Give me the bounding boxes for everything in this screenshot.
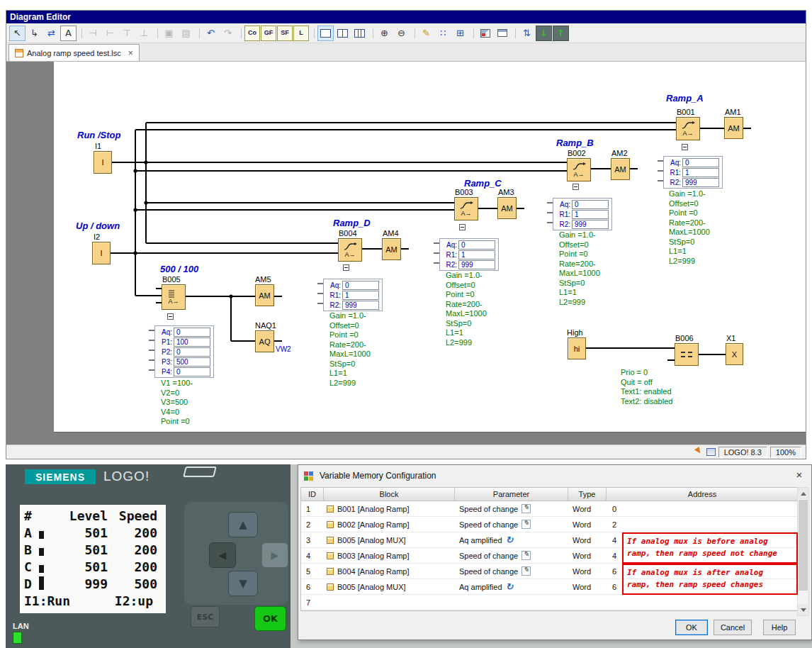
grid-display-button[interactable]: ∷ — [435, 26, 451, 41]
param-value[interactable]: 100 — [174, 337, 210, 347]
layout-single-button[interactable] — [317, 26, 334, 41]
block-am1-marker[interactable]: AM — [724, 117, 743, 139]
block-am3-marker[interactable]: AM — [497, 197, 517, 219]
collapse-toggle-b003[interactable] — [459, 224, 466, 230]
parameter-icon[interactable] — [506, 582, 516, 592]
header-block[interactable]: Block — [324, 488, 455, 501]
undo-button[interactable]: ↶ — [203, 26, 219, 41]
layout-split3-button[interactable] — [351, 26, 368, 41]
snap-grid-button[interactable]: ⊞ — [452, 26, 468, 41]
collapse-toggle-b004[interactable] — [343, 264, 349, 271]
header-id[interactable]: ID — [301, 488, 324, 501]
param-value[interactable]: 0 — [174, 347, 210, 357]
memory-row[interactable]: 1 B001 [Analog Ramp] Speed of change Wor… — [301, 501, 798, 517]
scroll-up-icon[interactable] — [798, 488, 808, 499]
param-value[interactable]: 0 — [174, 328, 210, 337]
block-b006-message-text[interactable] — [675, 343, 699, 366]
param-value[interactable]: 0 — [458, 240, 495, 250]
esc-button[interactable]: ESC — [191, 606, 220, 627]
cursor-down-button[interactable]: ▼ — [228, 571, 258, 596]
memory-row[interactable]: 7 — [301, 595, 798, 610]
block-i1-input[interactable]: I — [94, 151, 112, 174]
parameter-icon[interactable] — [521, 520, 531, 529]
collapse-toggle-b001[interactable] — [682, 144, 688, 150]
parameter-icon[interactable] — [521, 551, 531, 560]
layout-split2-button[interactable] — [334, 26, 351, 41]
align-left-tool[interactable]: ⊣ — [85, 26, 101, 41]
cursor-up-button[interactable]: ▲ — [228, 512, 258, 537]
param-value[interactable]: 999 — [342, 301, 379, 310]
special-functions-button[interactable]: SF — [277, 26, 293, 41]
block-i2-input[interactable]: I — [92, 242, 111, 264]
tab-close-icon[interactable]: × — [128, 48, 133, 58]
param-value[interactable]: 500 — [174, 357, 210, 367]
align-top-tool[interactable]: ⊤ — [119, 26, 135, 41]
param-value[interactable]: 1 — [572, 210, 609, 219]
send-back-tool[interactable]: ▤ — [178, 26, 194, 41]
block-high-constant[interactable]: hi — [568, 337, 586, 359]
block-am2-marker[interactable]: AM — [611, 158, 630, 180]
block-x1-open-connector[interactable]: X — [726, 343, 743, 365]
block-b001-analog-ramp[interactable]: A→ — [676, 117, 700, 140]
cursor-left-button[interactable]: ◀ — [209, 542, 236, 568]
tab-analog-ramp-speed-test[interactable]: Analog ramp speed test.lsc × — [9, 44, 140, 61]
header-parameter[interactable]: Parameter — [455, 488, 568, 501]
row-id: 2 — [301, 520, 324, 529]
align-bottom-tool[interactable]: ⊥ — [136, 26, 152, 41]
param-value[interactable]: 999 — [572, 220, 609, 229]
parameter-icon[interactable] — [506, 535, 516, 545]
pc-to-logo-button[interactable]: ↓ — [536, 26, 552, 41]
profile-button[interactable]: L — [293, 26, 309, 41]
header-type[interactable]: Type — [568, 488, 607, 501]
table-scrollbar[interactable] — [797, 487, 809, 616]
block-b002-analog-ramp[interactable]: A→ — [567, 158, 591, 181]
help-button[interactable]: Help — [763, 620, 796, 635]
bring-front-tool[interactable]: ▣ — [161, 26, 177, 41]
simulation-button[interactable] — [477, 26, 493, 41]
param-value[interactable]: 1 — [458, 250, 495, 259]
param-value[interactable]: 1 — [682, 168, 719, 177]
block-am5-marker[interactable]: AM — [255, 284, 274, 306]
cursor-right-button[interactable]: ▶ — [261, 542, 288, 568]
parameter-icon[interactable] — [521, 566, 531, 576]
collapse-toggle-b005[interactable] — [167, 313, 174, 320]
go-online-button[interactable]: ⇅ — [519, 26, 535, 41]
cancel-button[interactable]: Cancel — [714, 620, 752, 635]
flow-tool[interactable]: ⇄ — [43, 26, 60, 41]
block-am4-marker[interactable]: AM — [382, 238, 401, 260]
connector-tool[interactable]: ↳ — [26, 26, 43, 41]
param-value[interactable]: 999 — [682, 178, 719, 187]
comment-tool[interactable]: ✎ — [418, 26, 434, 41]
memory-row[interactable]: 2 B002 [Analog Ramp] Speed of change Wor… — [301, 517, 798, 532]
param-value[interactable]: 0 — [572, 200, 609, 209]
ok-dialog-button[interactable]: OK — [675, 620, 708, 635]
ok-button[interactable]: OK — [254, 606, 286, 631]
zoom-in-button[interactable]: ⊕ — [376, 26, 393, 41]
param-value[interactable]: 1 — [342, 291, 379, 300]
param-value[interactable]: 999 — [458, 260, 495, 269]
diagram-page[interactable]: Run /Stop Up / down 500 / 100 Ramp_D Ram… — [54, 62, 806, 432]
block-b004-analog-ramp[interactable]: A→ — [338, 238, 362, 262]
param-value[interactable]: 0 — [682, 158, 719, 167]
parameter-icon[interactable] — [521, 504, 531, 513]
block-naq1-analog-output[interactable]: AQ — [255, 330, 274, 352]
basic-functions-button[interactable]: GF — [261, 26, 276, 41]
dialog-close-icon[interactable]: × — [788, 466, 811, 484]
diagram-canvas[interactable]: Run /Stop Up / down 500 / 100 Ramp_D Ram… — [6, 62, 806, 445]
text-tool[interactable]: A — [60, 26, 77, 41]
align-right-tool[interactable]: ⊢ — [102, 26, 118, 41]
block-b003-analog-ramp[interactable]: A→ — [454, 197, 478, 220]
block-b005-analog-mux[interactable]: A→ — [162, 284, 186, 310]
scroll-down-icon[interactable] — [798, 604, 808, 615]
header-address[interactable]: Address — [607, 488, 798, 501]
network-project-button[interactable] — [494, 26, 510, 41]
constants-button[interactable]: Co — [244, 26, 260, 41]
scrollbar-thumb[interactable] — [799, 500, 808, 591]
select-tool[interactable]: ↖ — [9, 26, 26, 41]
redo-button[interactable]: ↷ — [220, 26, 236, 41]
param-value[interactable]: 0 — [342, 281, 379, 290]
zoom-out-button[interactable]: ⊖ — [393, 26, 410, 41]
param-value[interactable]: 0 — [174, 367, 210, 376]
collapse-toggle-b002[interactable] — [573, 184, 579, 190]
logo-to-pc-button[interactable]: ↑ — [553, 26, 569, 41]
